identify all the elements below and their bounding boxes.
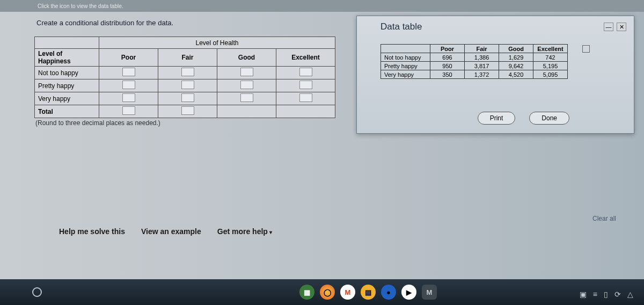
input-cell[interactable] [240, 68, 253, 76]
rounding-note: (Round to three decimal places as needed… [35, 119, 349, 127]
play-icon[interactable]: ▶ [401, 285, 416, 300]
clear-all-link[interactable]: Clear all [592, 215, 616, 222]
taskbar-apps: ▦ ◯ M ▤ ● ▶ M [299, 285, 437, 300]
row-pretty-happy: Pretty happy [35, 79, 335, 92]
app-icon-5[interactable]: ● [381, 285, 396, 300]
close-icon[interactable]: ✕ [617, 23, 626, 31]
input-cell[interactable] [181, 81, 194, 89]
input-cell[interactable] [122, 106, 135, 115]
row-label: Total [35, 105, 99, 118]
top-hint-text: Click the icon to view the data table. [38, 3, 123, 9]
main-area: Create a conditional distribution for th… [32, 13, 634, 255]
copy-icon[interactable] [582, 45, 590, 53]
help-row: Help me solve this View an example Get m… [59, 227, 272, 236]
cell: 1,372 [465, 70, 499, 79]
row-label: Pretty happy [381, 62, 430, 70]
empty-corner [35, 37, 99, 49]
blank-header [381, 45, 430, 53]
dcol-excellent: Excellent [533, 45, 568, 53]
input-cell[interactable] [240, 93, 253, 102]
cell: 1,386 [465, 53, 499, 62]
data-table: Poor Fair Good Excellent Not too happy 6… [380, 44, 602, 79]
input-cell[interactable] [122, 68, 135, 76]
cell: 4,520 [499, 70, 533, 79]
dcol-fair: Fair [465, 45, 499, 53]
print-button[interactable]: Print [478, 112, 516, 125]
app-icon-m[interactable]: M [422, 285, 437, 300]
battery-icon[interactable]: ▯ [604, 290, 608, 299]
col-good: Good [217, 49, 276, 67]
row-label: Very happy [381, 70, 430, 79]
dialog-title: Data table [380, 21, 422, 32]
input-cell[interactable] [299, 68, 312, 76]
cell: 5,095 [533, 70, 568, 79]
cell: 742 [533, 53, 568, 62]
question-panel: Create a conditional distribution for th… [32, 13, 349, 127]
row-total: Total [35, 105, 335, 118]
top-hint-bar: Click the icon to view the data table. [0, 0, 644, 12]
copy-cell [568, 45, 602, 53]
input-cell[interactable] [122, 81, 135, 89]
refresh-icon[interactable]: ⟳ [614, 290, 621, 299]
col-fair: Fair [158, 49, 217, 67]
cell: 950 [430, 62, 465, 70]
row-not-too-happy: Not too happy [35, 67, 335, 79]
input-cell[interactable] [181, 106, 194, 115]
input-cell[interactable] [181, 93, 194, 102]
files-icon[interactable]: ▤ [361, 285, 376, 300]
col-poor: Poor [99, 49, 158, 67]
col-excellent: Excellent [276, 49, 335, 67]
super-header: Level of Health [99, 37, 335, 49]
system-tray: ▣ ≡ ▯ ⟳ △ [580, 290, 633, 299]
cell: 350 [430, 70, 465, 79]
input-cell[interactable] [299, 81, 312, 89]
instruction-text: Create a conditional distribution for th… [36, 19, 349, 27]
cell: 5,195 [533, 62, 568, 70]
cell: 1,629 [499, 53, 533, 62]
dcol-good: Good [499, 45, 533, 53]
get-more-help-link[interactable]: Get more help [217, 227, 272, 236]
data-table-dialog: Data table — ✕ Poor Fair Good Excellent … [356, 16, 634, 134]
row-label: Not too happy [381, 53, 430, 62]
chrome-icon[interactable]: ◯ [320, 285, 335, 300]
row-label: Pretty happy [35, 79, 99, 92]
row-label: Not too happy [35, 67, 99, 79]
conditional-table: Level of Health Level of Happiness Poor … [34, 37, 335, 118]
table-row: Pretty happy 950 3,817 9,642 5,195 [381, 62, 602, 70]
cell: 9,642 [499, 62, 533, 70]
help-solve-link[interactable]: Help me solve this [59, 227, 125, 236]
view-example-link[interactable]: View an example [141, 227, 201, 236]
input-cell[interactable] [181, 68, 194, 76]
start-button[interactable] [32, 287, 42, 297]
taskbar: ▦ ◯ M ▤ ● ▶ M ▣ ≡ ▯ ⟳ △ [0, 279, 644, 305]
cell: 3,817 [465, 62, 499, 70]
corner-label: Level of Happiness [35, 49, 99, 67]
table-row: Very happy 350 1,372 4,520 5,095 [381, 70, 602, 79]
warning-icon[interactable]: △ [627, 290, 633, 299]
cell: 696 [430, 53, 465, 62]
dcol-poor: Poor [430, 45, 465, 53]
row-very-happy: Very happy [35, 92, 335, 105]
screenshot-icon[interactable]: ▣ [580, 290, 587, 299]
table-row: Not too happy 696 1,386 1,629 742 [381, 53, 602, 62]
gmail-icon[interactable]: M [340, 285, 355, 300]
minimize-icon[interactable]: — [604, 23, 613, 31]
app-icon-1[interactable]: ▦ [299, 285, 314, 300]
input-cell[interactable] [240, 81, 253, 89]
done-button[interactable]: Done [529, 112, 569, 125]
row-label: Very happy [35, 92, 99, 105]
settings-icon[interactable]: ≡ [593, 290, 597, 299]
input-cell[interactable] [299, 93, 312, 102]
input-cell[interactable] [122, 93, 135, 102]
